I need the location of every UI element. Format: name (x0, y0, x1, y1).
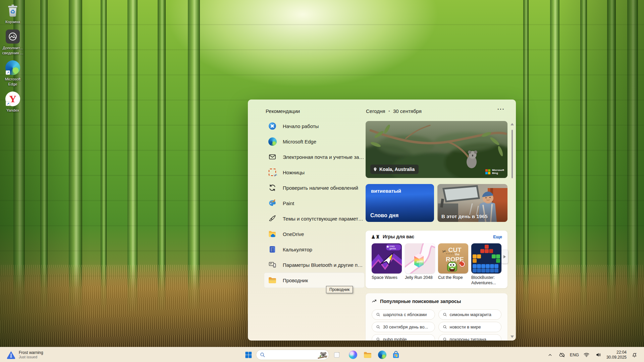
search-pill[interactable]: симоньян маргарита (438, 309, 502, 320)
recommendations-title: Рекомендации (266, 108, 300, 114)
game-label[interactable]: Space Waves (372, 275, 403, 280)
desktop: ♻ Корзина Дополнит...сведения ... (0, 0, 644, 362)
svg-text:♻: ♻ (10, 8, 15, 15)
location-pin-icon (373, 167, 377, 172)
game-thumb-space-waves[interactable]: crazy games (372, 243, 402, 274)
games-for-you-card: ♟♜ Игры для вас Еще crazy games (366, 231, 507, 288)
tray-language[interactable]: ENG (569, 349, 580, 361)
desktop-icon-yandex[interactable]: Y ↗ Yandex (0, 91, 25, 113)
feed-today-label: Сегодня (366, 108, 385, 114)
desktop-icon-additional-info[interactable]: Дополнит...сведения ... (0, 29, 25, 56)
on-this-day-card[interactable]: В этот день в 1965 (437, 184, 507, 222)
shortcut-arrow-icon: ↗ (6, 102, 10, 106)
file-explorer-tooltip: Проводник (326, 286, 353, 293)
recommendation-item-calculator[interactable]: Калькулятор (264, 242, 365, 257)
desktop-icon-recycle-bin[interactable]: ♻ Корзина (0, 3, 25, 24)
image-location-badge: Koala, Australia (370, 165, 419, 174)
recommendation-label: Проводник (283, 278, 308, 283)
recommendation-label: Параметры Bluetooth и другие пара... (283, 262, 365, 268)
file-explorer-button[interactable] (361, 349, 374, 361)
scroll-up-arrow[interactable] (511, 123, 514, 125)
game-label[interactable]: Jelly Run 2048 (405, 275, 436, 280)
recycle-bin-icon: ♻ (5, 3, 20, 18)
svg-text:z: z (635, 352, 636, 354)
trending-icon (372, 299, 377, 304)
search-pill[interactable]: шарлотка с яблоками (372, 309, 435, 320)
search-pill[interactable]: новости в мире (438, 322, 502, 332)
on-this-day-caption: В этот день в 1965 (441, 213, 496, 220)
search-pill[interactable]: 30 сентября день во... (372, 322, 435, 332)
game-thumb-blockbuster[interactable] (471, 243, 501, 274)
search-pill[interactable]: pubg mobile (372, 334, 435, 341)
start-button[interactable] (242, 349, 255, 361)
recommendation-item-get-started[interactable]: Начало работы (264, 118, 365, 134)
feed-date-label: 30 сентября (393, 108, 422, 114)
word-of-the-day-word: витиеватый (371, 188, 401, 194)
recommendation-item-check-updates[interactable]: Проверить наличие обновлений (264, 180, 365, 195)
devices-bluetooth-icon (268, 260, 277, 269)
tray-onedrive[interactable] (556, 349, 568, 361)
koala-search-decoration-icon (317, 350, 327, 360)
paint-icon (268, 199, 277, 207)
scroll-down-arrow[interactable] (511, 336, 514, 338)
tray-wifi[interactable] (581, 349, 592, 361)
wifi-icon (583, 352, 590, 358)
feed-more-button[interactable]: ··· (497, 106, 505, 112)
task-view-button[interactable] (331, 349, 343, 361)
tray-chevron-up[interactable] (544, 349, 556, 361)
feed-date-header: Сегодня • 30 сентября (366, 108, 500, 114)
tray-clock[interactable]: 22:04 30.09.2025 (605, 349, 628, 361)
desktop-icon-microsoft-edge[interactable]: ↗ MicrosoftEdge (0, 60, 25, 87)
games-section-header: ♟♜ Игры для вас (371, 234, 414, 239)
search-pill[interactable]: похороны тиграна (438, 334, 502, 341)
games-more-link[interactable]: Еще (493, 234, 502, 239)
word-of-the-day-card[interactable]: витиеватый Слово дня (366, 184, 434, 222)
game-thumb-jelly-run[interactable]: 2048 (405, 243, 435, 274)
edge-button[interactable] (376, 349, 388, 361)
yandex-icon: Y ↗ (5, 91, 20, 107)
tray-volume[interactable] (593, 349, 604, 361)
popular-searches-title: Популярные поисковые запросы (380, 299, 461, 304)
recommendation-item-snipping-tool[interactable]: ✂ Ножницы (264, 165, 365, 180)
game-label[interactable]: Cut the Rope (438, 275, 470, 280)
microsoft-store-button[interactable] (390, 349, 402, 361)
game-label[interactable]: BlockBuster: Adventures... (471, 275, 503, 286)
mail-icon (268, 153, 277, 161)
tray-notifications[interactable]: z (629, 349, 640, 361)
recommendation-label: Калькулятор (283, 247, 312, 252)
recommendation-item-bluetooth-settings[interactable]: Параметры Bluetooth и другие пара... (264, 257, 365, 273)
desktop-icon-label: Yandex (6, 108, 19, 113)
recommendation-item-mail-accounts[interactable]: Электронная почта и учетные записи (264, 149, 365, 165)
search-icon (443, 337, 447, 341)
bell-dnd-icon: z (631, 352, 638, 358)
search-icon (376, 312, 380, 317)
edge-icon: ↗ (5, 60, 20, 75)
scrollbar-thumb[interactable] (512, 130, 513, 178)
svg-text:CUT: CUT (448, 246, 461, 253)
file-explorer-icon (268, 276, 277, 285)
brush-themes-icon (268, 214, 277, 223)
games-scroll-right-button[interactable] (501, 250, 508, 263)
recommendation-item-themes[interactable]: Темы и сопутствующие параметры (264, 211, 365, 226)
search-icon (443, 325, 447, 329)
svg-text:2048: 2048 (416, 260, 423, 263)
copilot-icon (349, 351, 357, 359)
taskbar: Frost warning Just issued (0, 347, 644, 362)
copilot-button[interactable] (347, 349, 359, 361)
edge-icon (378, 351, 386, 359)
feed-scrollbar[interactable] (510, 123, 514, 338)
volume-icon (595, 352, 602, 358)
recommendation-label: OneDrive (283, 231, 304, 237)
recommendation-label: Ножницы (283, 170, 305, 175)
game-thumb-cut-the-rope[interactable]: CUT the ROPE ✂ (438, 243, 468, 274)
taskbar-search-box[interactable] (256, 350, 329, 360)
recommendation-item-onedrive[interactable]: OneDrive (264, 226, 365, 242)
word-of-the-day-caption: Слово дня (370, 213, 398, 219)
start-recommendations-panel: Рекомендации Начало работы Microsoft Edg… (248, 100, 516, 341)
recommendation-item-microsoft-edge[interactable]: Microsoft Edge (264, 134, 365, 149)
recommendation-label: Paint (283, 200, 294, 206)
desktop-icon-column: ♻ Корзина Дополнит...сведения ... (0, 3, 25, 113)
search-input[interactable] (265, 350, 317, 360)
recommendation-item-paint[interactable]: Paint (264, 195, 365, 211)
bing-daily-image-card[interactable]: Koala, Australia MicrosoftBing (366, 121, 507, 178)
